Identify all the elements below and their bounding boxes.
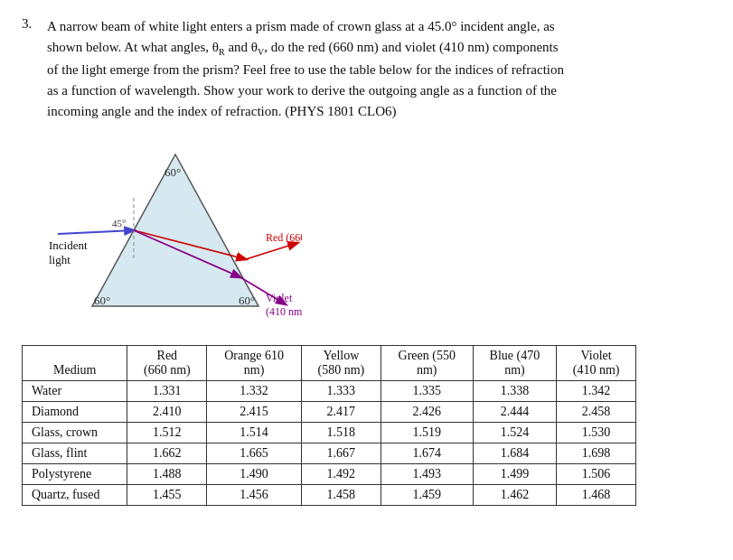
svg-text:60°: 60° (164, 165, 181, 179)
col-header-yellow: Yellow(580 nm) (301, 345, 381, 380)
table-cell-value: 1.674 (381, 443, 473, 463)
table-cell-value: 1.519 (381, 422, 473, 443)
table-cell-value: 1.335 (381, 380, 473, 401)
table-body: Water1.3311.3321.3331.3351.3381.342Diamo… (23, 380, 636, 505)
text-line2: shown below. At what angles, θR and θV, … (47, 40, 559, 54)
table-header-row: Medium Red(660 nm) Orange 610nm) Yellow(… (23, 345, 636, 380)
table-cell-value: 1.698 (557, 443, 636, 463)
table-row: Glass, crown1.5121.5141.5181.5191.5241.5… (23, 422, 636, 443)
incident-label-text: Incidentlight (49, 238, 88, 267)
table-cell-medium: Polystyrene (23, 463, 127, 484)
table-cell-value: 1.332 (207, 380, 302, 401)
svg-text:60°: 60° (94, 294, 110, 307)
problem-text: A narrow beam of white light enters a pr… (47, 16, 711, 123)
svg-line-4 (58, 230, 134, 234)
text-line5: incoming angle and the index of refracti… (47, 104, 397, 118)
col-header-violet: Violet(410 nm) (557, 345, 636, 380)
table-cell-medium: Quartz, fused (23, 484, 127, 505)
table-cell-value: 1.468 (557, 484, 636, 505)
table-cell-value: 2.444 (473, 401, 557, 422)
table-cell-value: 1.456 (207, 484, 302, 505)
table-cell-value: 1.492 (301, 463, 381, 484)
table-cell-medium: Glass, flint (23, 443, 127, 463)
table-row: Water1.3311.3321.3331.3351.3381.342 (23, 380, 636, 401)
table-cell-value: 1.455 (127, 484, 207, 505)
table-row: Polystyrene1.4881.4901.4921.4931.4991.50… (23, 463, 636, 484)
problem-header: 3. A narrow beam of white light enters a… (22, 16, 711, 123)
table-cell-value: 1.512 (127, 422, 207, 443)
table-cell-value: 1.667 (301, 443, 381, 463)
table-cell-value: 2.417 (301, 401, 381, 422)
table-cell-value: 1.458 (301, 484, 381, 505)
table-cell-value: 1.331 (127, 380, 207, 401)
table-cell-value: 1.684 (473, 443, 557, 463)
col-header-red: Red(660 nm) (127, 345, 207, 380)
table-row: Diamond2.4102.4152.4172.4262.4442.458 (23, 401, 636, 422)
table-cell-medium: Water (23, 380, 127, 401)
table-cell-value: 2.415 (207, 401, 302, 422)
diagram-area: Incidentlight 60° 60° 60° 45° (49, 139, 711, 329)
table-cell-value: 1.342 (557, 380, 636, 401)
svg-text:(410 nm): (410 nm) (266, 305, 302, 318)
svg-text:Red (660 nm): Red (660 nm) (266, 231, 302, 244)
table-cell-value: 1.490 (207, 463, 302, 484)
table-cell-value: 1.514 (207, 422, 302, 443)
svg-line-9 (246, 243, 297, 259)
table-cell-medium: Diamond (23, 401, 127, 422)
prism-diagram: 60° 60° 60° 45° Red (660 nm) (49, 144, 302, 324)
col-header-medium: Medium (23, 345, 127, 380)
table-cell-value: 1.662 (127, 443, 207, 463)
table-cell-value: 1.499 (473, 463, 557, 484)
table-cell-value: 1.518 (301, 422, 381, 443)
text-line4: as a function of wavelength. Show your w… (47, 83, 557, 98)
table-cell-value: 2.458 (557, 401, 636, 422)
table-cell-value: 1.493 (381, 463, 473, 484)
table-cell-value: 1.665 (207, 443, 302, 463)
refraction-table: Medium Red(660 nm) Orange 610nm) Yellow(… (22, 345, 636, 506)
col-header-blue: Blue (470nm) (473, 345, 557, 380)
problem-number: 3. (22, 16, 47, 123)
svg-text:Violet: Violet (266, 292, 293, 304)
table-cell-value: 1.530 (557, 422, 636, 443)
table-cell-value: 2.426 (381, 401, 473, 422)
svg-text:45°: 45° (112, 218, 126, 229)
text-line3: of the light emerge from the prism? Feel… (47, 62, 564, 77)
table-cell-value: 1.506 (557, 463, 636, 484)
table-cell-value: 1.459 (381, 484, 473, 505)
table-cell-value: 1.524 (473, 422, 557, 443)
col-header-green: Green (550nm) (381, 345, 473, 380)
table-cell-value: 1.338 (473, 380, 557, 401)
table-row: Quartz, fused1.4551.4561.4581.4591.4621.… (23, 484, 636, 505)
problem-container: 3. A narrow beam of white light enters a… (22, 16, 711, 506)
table-row: Glass, flint1.6621.6651.6671.6741.6841.6… (23, 443, 636, 463)
svg-text:60°: 60° (239, 294, 255, 307)
table-cell-value: 2.410 (127, 401, 207, 422)
table-cell-medium: Glass, crown (23, 422, 127, 443)
table-cell-value: 1.333 (301, 380, 381, 401)
table-cell-value: 1.462 (473, 484, 557, 505)
col-header-orange: Orange 610nm) (207, 345, 302, 380)
table-cell-value: 1.488 (127, 463, 207, 484)
text-line1: A narrow beam of white light enters a pr… (47, 19, 555, 33)
incident-label: Incidentlight (49, 238, 88, 269)
